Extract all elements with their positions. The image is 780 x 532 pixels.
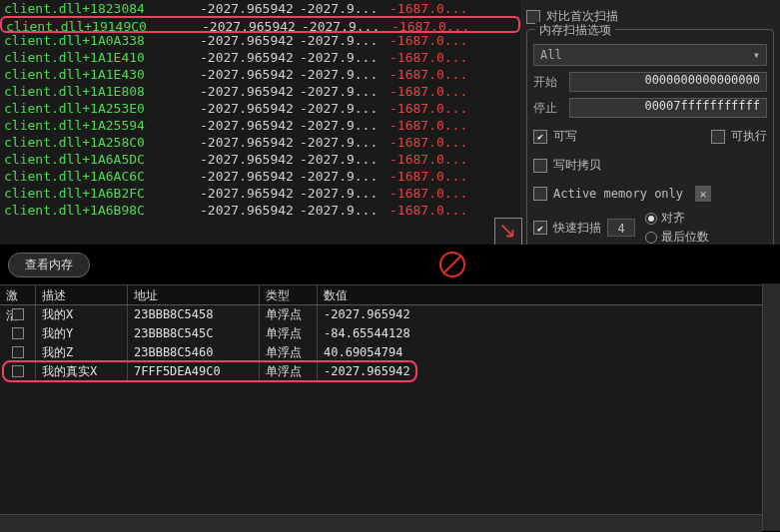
last-digits-radio[interactable] bbox=[645, 232, 657, 244]
row-value: 40.69054794 bbox=[318, 343, 780, 362]
scan-row-value: -2027.965942 bbox=[200, 66, 300, 83]
scan-row-value2: -2027.9... bbox=[300, 151, 390, 168]
row-addr: 23BBB8C5460 bbox=[128, 343, 260, 362]
scan-result-row[interactable]: client.dll+19149C0-2027.965942-2027.9...… bbox=[0, 16, 520, 33]
scan-row-previous: -1687.0... bbox=[390, 100, 479, 117]
executable-checkbox[interactable] bbox=[711, 130, 725, 144]
horizontal-scrollbar[interactable] bbox=[0, 514, 762, 532]
scan-result-row[interactable]: client.dll+1A25594-2027.965942-2027.9...… bbox=[0, 117, 520, 134]
scan-result-row[interactable]: client.dll+1A6A5DC-2027.965942-2027.9...… bbox=[0, 151, 520, 168]
scan-row-value: -2027.965942 bbox=[200, 100, 300, 117]
scan-row-address: client.dll+1A0A338 bbox=[0, 32, 200, 49]
writable-label: 可写 bbox=[553, 128, 577, 145]
scan-row-previous: -1687.0... bbox=[390, 168, 479, 185]
scan-row-value: -2027.965942 bbox=[202, 18, 302, 31]
copy-on-write-checkbox[interactable] bbox=[533, 159, 547, 173]
address-list-table: 激活 描述 地址 类型 数值 我的X23BBB8C5458单浮点-2027.96… bbox=[0, 284, 780, 529]
scan-result-row[interactable]: client.dll+1A0A338-2027.965942-2027.9...… bbox=[0, 32, 520, 49]
scan-result-row[interactable]: client.dll+1A1E430-2027.965942-2027.9...… bbox=[0, 66, 520, 83]
scan-row-value2: -2027.9... bbox=[300, 100, 390, 117]
scan-row-previous: -1687.0... bbox=[390, 185, 479, 202]
start-address-input[interactable]: 0000000000000000 bbox=[569, 72, 767, 92]
row-addr: 7FFF5DEA49C0 bbox=[128, 362, 260, 381]
scan-row-previous: -1687.0... bbox=[390, 83, 479, 100]
scan-result-row[interactable]: client.dll+1823084-2027.965942-2027.9...… bbox=[0, 0, 520, 17]
close-icon[interactable]: ✕ bbox=[695, 186, 711, 202]
active-checkbox[interactable] bbox=[12, 365, 24, 377]
vertical-scrollbar[interactable] bbox=[762, 283, 780, 531]
scan-row-address: client.dll+1A6B2FC bbox=[0, 185, 200, 202]
scan-result-row[interactable]: client.dll+1A253E0-2027.965942-2027.9...… bbox=[0, 100, 520, 117]
scan-result-row[interactable]: client.dll+1A6AC6C-2027.965942-2027.9...… bbox=[0, 168, 520, 185]
table-row[interactable]: 我的X23BBB8C5458单浮点-2027.965942 bbox=[0, 305, 780, 324]
scan-row-address: client.dll+1A1E410 bbox=[0, 49, 200, 66]
view-memory-button[interactable]: 查看内存 bbox=[8, 253, 90, 277]
scan-row-value: -2027.965942 bbox=[200, 0, 300, 17]
last-digits-label: 最后位数 bbox=[661, 229, 709, 246]
table-row[interactable]: 我的Z23BBB8C5460单浮点40.69054794 bbox=[0, 343, 780, 362]
row-type: 单浮点 bbox=[260, 362, 318, 381]
memory-type-select[interactable]: All ▾ bbox=[533, 44, 767, 66]
row-value: -2027.965942 bbox=[318, 362, 780, 381]
scan-row-value2: -2027.9... bbox=[300, 168, 390, 185]
scan-row-value2: -2027.9... bbox=[300, 117, 390, 134]
scan-results-list[interactable]: client.dll+1823084-2027.965942-2027.9...… bbox=[0, 0, 520, 245]
scan-row-value: -2027.965942 bbox=[200, 134, 300, 151]
add-to-list-arrow-button[interactable] bbox=[494, 218, 522, 246]
scan-row-address: client.dll+1A6B98C bbox=[0, 202, 200, 219]
scan-row-address: client.dll+1A1E808 bbox=[0, 83, 200, 100]
active-checkbox[interactable] bbox=[12, 327, 24, 339]
scan-row-address: client.dll+1A1E430 bbox=[0, 66, 200, 83]
scan-row-previous: -1687.0... bbox=[391, 18, 481, 31]
row-type: 单浮点 bbox=[260, 324, 318, 343]
scan-row-address: client.dll+1A6AC6C bbox=[0, 168, 200, 185]
scan-result-row[interactable]: client.dll+1A1E410-2027.965942-2027.9...… bbox=[0, 49, 520, 66]
scan-row-previous: -1687.0... bbox=[390, 49, 479, 66]
active-checkbox[interactable] bbox=[12, 308, 24, 320]
active-memory-label: Active memory only bbox=[553, 187, 683, 201]
start-label: 开始 bbox=[533, 74, 563, 91]
scan-row-previous: -1687.0... bbox=[390, 134, 479, 151]
row-value: -84.65544128 bbox=[318, 324, 780, 343]
scan-row-previous: -1687.0... bbox=[390, 151, 479, 168]
scan-row-previous: -1687.0... bbox=[390, 0, 479, 17]
scan-row-value: -2027.965942 bbox=[200, 202, 300, 219]
row-desc: 我的Y bbox=[36, 324, 128, 343]
row-addr: 23BBB8C545C bbox=[128, 324, 260, 343]
copy-on-write-label: 写时拷贝 bbox=[553, 157, 601, 174]
header-value[interactable]: 数值 bbox=[318, 285, 780, 304]
scan-row-value2: -2027.9... bbox=[300, 185, 390, 202]
scan-row-value: -2027.965942 bbox=[200, 151, 300, 168]
row-type: 单浮点 bbox=[260, 305, 318, 324]
align-radio[interactable] bbox=[645, 213, 657, 225]
fast-scan-checkbox[interactable] bbox=[533, 221, 547, 235]
table-row[interactable]: 我的真实X7FFF5DEA49C0单浮点-2027.965942 bbox=[0, 362, 780, 381]
scan-row-value: -2027.965942 bbox=[200, 49, 300, 66]
scan-row-value2: -2027.9... bbox=[300, 49, 390, 66]
scan-row-value: -2027.965942 bbox=[200, 83, 300, 100]
scan-result-row[interactable]: client.dll+1A258C0-2027.965942-2027.9...… bbox=[0, 134, 520, 151]
no-entry-icon[interactable] bbox=[439, 252, 465, 277]
header-active[interactable]: 激活 bbox=[0, 285, 36, 304]
scan-row-value2: -2027.9... bbox=[300, 134, 390, 151]
active-memory-checkbox[interactable] bbox=[533, 187, 547, 201]
header-addr[interactable]: 地址 bbox=[128, 285, 260, 304]
scan-result-row[interactable]: client.dll+1A6B98C-2027.965942-2027.9...… bbox=[0, 202, 520, 219]
header-desc[interactable]: 描述 bbox=[36, 285, 128, 304]
row-value: -2027.965942 bbox=[318, 305, 780, 324]
writable-checkbox[interactable] bbox=[533, 130, 547, 144]
scan-row-address: client.dll+19149C0 bbox=[2, 18, 202, 31]
scan-result-row[interactable]: client.dll+1A6B2FC-2027.965942-2027.9...… bbox=[0, 185, 520, 202]
scan-row-value: -2027.965942 bbox=[200, 32, 300, 49]
header-type[interactable]: 类型 bbox=[260, 285, 318, 304]
active-checkbox[interactable] bbox=[12, 346, 24, 358]
scan-options-title: 内存扫描选项 bbox=[535, 22, 615, 39]
stop-address-input[interactable]: 00007fffffffffff bbox=[569, 98, 767, 118]
table-row[interactable]: 我的Y23BBB8C545C单浮点-84.65544128 bbox=[0, 324, 780, 343]
scan-row-previous: -1687.0... bbox=[390, 32, 479, 49]
scan-row-address: client.dll+1A258C0 bbox=[0, 134, 200, 151]
scan-result-row[interactable]: client.dll+1A1E808-2027.965942-2027.9...… bbox=[0, 83, 520, 100]
scan-row-previous: -1687.0... bbox=[390, 117, 479, 134]
row-addr: 23BBB8C5458 bbox=[128, 305, 260, 324]
fast-scan-value-input[interactable]: 4 bbox=[607, 219, 635, 237]
